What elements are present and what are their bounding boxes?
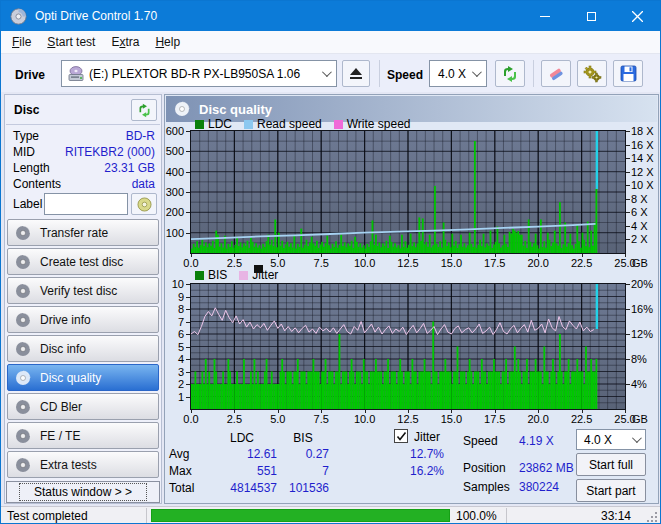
y-left-tick-label: 5 [153,341,184,353]
sidebar-item-create-test-disc[interactable]: Create test disc [7,248,159,275]
axis-tick [278,254,279,257]
axis-tick [495,254,496,257]
label-input[interactable] [44,193,128,215]
save-button[interactable] [613,60,643,87]
x-tick-label: 10.0 [343,257,387,269]
axis-tick [625,410,626,413]
y-left-tick-label: 9 [153,291,184,303]
axis-tick [626,185,630,186]
position-stat-value: 23862 MB [519,461,574,475]
disc-refresh-button[interactable] [131,99,157,121]
app-icon [10,8,27,25]
cd-icon [15,283,31,299]
axis-tick [186,309,190,310]
ldc-chart-plot [191,131,625,253]
y-left-tick-label: 200 [153,206,184,218]
axis-tick [186,297,190,298]
disc-mid-row: MID RITEKBR2 (000) [13,145,155,160]
y-left-tick-label: 300 [153,186,184,198]
sidebar-item-label: Transfer rate [40,226,108,240]
axis-tick [582,254,583,257]
y-left-tick-label: 400 [153,166,184,178]
jitter-checkbox[interactable] [394,429,408,443]
resize-grip[interactable] [645,510,657,522]
length-value: 23.31 GB [104,161,155,175]
cd-icon [174,101,190,117]
sidebar-item-drive-info[interactable]: Drive info [7,306,159,333]
cd-icon [15,370,31,386]
axis-tick [186,212,190,213]
sidebar-item-extra-tests[interactable]: Extra tests [7,451,159,478]
minimize-icon [540,16,550,17]
elapsed-time: 33:14 [601,509,631,523]
x-tick-label: 15.0 [429,413,473,425]
sidebar-item-verify-test-disc[interactable]: Verify test disc [7,277,159,304]
sidebar-item-disc-quality[interactable]: Disc quality [7,364,159,391]
close-button[interactable] [614,1,660,31]
menu-item-start-test[interactable]: Start test [39,32,103,52]
ldc-legend-swatch [195,120,204,129]
chevron-down-icon [472,67,482,77]
drive-select-value: (E:) PLEXTOR BD-R PX-LB950SA 1.06 [89,67,300,81]
drive-icon [67,66,85,82]
axis-tick [186,322,190,323]
y-left-tick-label: 1 [153,391,184,403]
x-tick-label: 17.5 [473,257,517,269]
speed-select[interactable]: 4.0 X [429,60,487,87]
progress-percent: 100.0% [456,509,497,523]
x-tick-label: 12.5 [386,257,430,269]
bis-chart-legend: BIS Jitter [195,268,290,282]
status-window-button[interactable]: Status window > > [6,481,160,503]
axis-tick [625,254,626,257]
sidebar-item-cd-bler[interactable]: CD Bler [7,393,159,420]
cd-icon [15,312,31,328]
close-icon [632,11,643,22]
y-right-tick-label: 4% [631,378,661,390]
sidebar-item-fe-te[interactable]: FE / TE [7,422,159,449]
max-ldc-value: 551 [207,464,277,478]
test-speed-select[interactable]: 4.0 X [576,429,646,450]
status-text: Test completed [7,509,88,523]
y-left-tick-label: 3 [153,366,184,378]
start-full-button[interactable]: Start full [576,453,646,476]
sidebar-item-label: Drive info [40,313,91,327]
axis-tick [408,254,409,257]
position-stat-label: Position [463,461,506,475]
menu-item-extra[interactable]: Extra [103,32,147,52]
axis-tick [234,254,235,257]
x-axis-unit-label: GB [632,257,661,269]
x-tick-label: 5.0 [256,257,300,269]
axis-tick [191,410,192,413]
statusbar-separator [506,508,507,524]
axis-tick [278,410,279,413]
eject-icon [350,68,362,79]
erase-button[interactable] [541,60,571,87]
sidebar-item-transfer-rate[interactable]: Transfer rate [7,219,159,246]
menu-item-file[interactable]: File [4,32,39,52]
refresh-icon [137,103,152,118]
axis-tick [451,410,452,413]
read-speed-legend-label: Read speed [257,117,322,131]
x-tick-label: 10.0 [343,413,387,425]
eject-button[interactable] [342,60,370,87]
axis-tick [321,254,322,257]
start-part-button[interactable]: Start part [576,479,646,502]
axis-tick [626,284,630,285]
settings-button[interactable] [577,60,607,87]
axis-tick [626,131,630,132]
contents-value: data [132,177,155,191]
avg-jitter-value: 12.7% [354,447,444,461]
total-row-label: Total [169,481,194,495]
speed-select-value: 4.0 X [438,67,466,81]
type-label: Type [13,129,39,143]
y-right-tick-label: 16% [631,303,661,315]
sidebar-item-disc-info[interactable]: Disc info [7,335,159,362]
maximize-button[interactable] [568,1,614,31]
minimize-button[interactable] [522,1,568,31]
drive-select[interactable]: (E:) PLEXTOR BD-R PX-LB950SA 1.06 [61,60,337,87]
menu-item-help[interactable]: Help [147,32,188,52]
axis-tick [408,410,409,413]
refresh-button[interactable] [495,60,525,87]
x-tick-label: 22.5 [560,413,604,425]
y-left-tick-label: 7 [153,316,184,328]
